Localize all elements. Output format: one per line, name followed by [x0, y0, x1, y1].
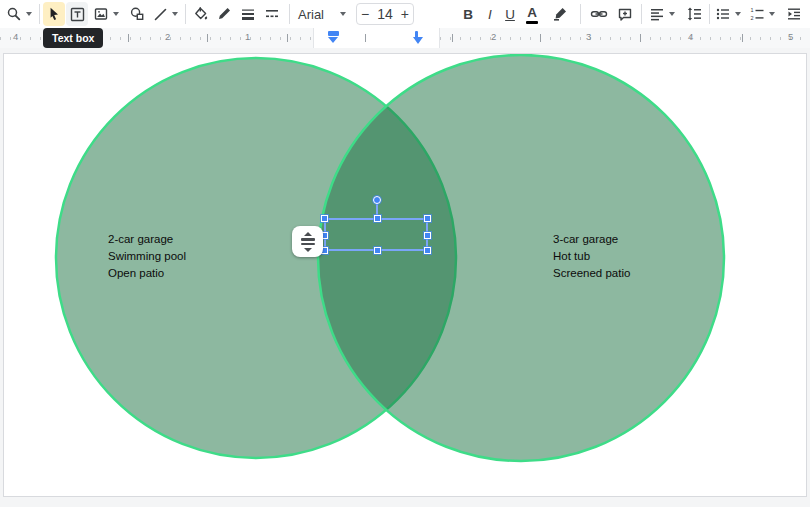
drag-up-arrow-icon	[304, 232, 312, 236]
tooltip-text: Text box	[52, 32, 94, 44]
pen-icon	[216, 6, 232, 22]
svg-text:2: 2	[751, 15, 754, 21]
toolbar-divider	[641, 4, 642, 24]
bulleted-list-button[interactable]	[713, 2, 743, 26]
numbered-list-button[interactable]: 1 2	[747, 2, 777, 26]
drawing-editor: Arial − 14 + B I U A	[0, 0, 810, 507]
tab-stop-marker[interactable]	[413, 31, 423, 44]
bold-button[interactable]: B	[458, 2, 478, 26]
indent-icon	[786, 6, 802, 22]
svg-text:1: 1	[751, 7, 754, 13]
text-box-tool-button[interactable]	[66, 2, 88, 26]
drag-bar-icon	[301, 238, 315, 241]
line-spacing-button[interactable]	[682, 2, 706, 26]
resize-handle-s[interactable]	[374, 247, 381, 254]
ruler-tick	[365, 34, 366, 42]
chevron-down-icon	[735, 12, 741, 16]
line-spacing-icon	[686, 6, 702, 22]
border-color-button[interactable]	[213, 2, 235, 26]
toolbar-divider	[185, 4, 186, 24]
drag-handle[interactable]	[292, 226, 323, 257]
zoom-button[interactable]	[2, 2, 36, 26]
right-circle[interactable]	[318, 55, 724, 461]
left-circle-text[interactable]: 2-car garage Swimming pool Open patio	[108, 231, 186, 282]
highlight-color-button[interactable]	[548, 2, 572, 26]
comment-icon	[617, 6, 633, 22]
ruler-number: 4	[13, 31, 18, 42]
ruler-number: 1	[245, 31, 250, 42]
drag-bar-icon	[301, 243, 315, 246]
text-line: Open patio	[108, 265, 186, 282]
indent-marker[interactable]	[328, 31, 339, 44]
insert-comment-button[interactable]	[613, 2, 637, 26]
ruler-tick	[640, 34, 641, 42]
ruler-tick	[742, 34, 743, 42]
line-dash-icon	[264, 6, 280, 22]
ruler[interactable]: 4 2 1 2 3 4 5	[0, 28, 810, 48]
tooltip: Text box	[43, 28, 103, 48]
toolbar-divider	[39, 4, 40, 24]
increase-font-size-button[interactable]: +	[397, 4, 413, 24]
ruler-tick	[540, 34, 541, 42]
border-weight-button[interactable]	[237, 2, 259, 26]
chevron-down-icon	[669, 12, 675, 16]
text-color-button[interactable]: A	[522, 2, 542, 26]
image-icon	[93, 6, 109, 22]
font-family-select[interactable]: Arial	[294, 2, 350, 26]
decrease-font-size-button[interactable]: −	[357, 4, 373, 24]
chevron-down-icon	[26, 12, 32, 16]
indent-button[interactable]	[781, 2, 807, 26]
ruler-number: 2	[165, 31, 170, 42]
shape-tool-button[interactable]	[126, 2, 148, 26]
select-arrow-icon	[46, 6, 62, 22]
insert-image-button[interactable]	[90, 2, 122, 26]
shape-icon	[129, 6, 145, 22]
drag-down-arrow-icon	[304, 248, 312, 252]
chevron-down-icon	[769, 12, 775, 16]
text-line: 3-car garage	[553, 231, 630, 248]
bulleted-list-icon	[715, 6, 731, 22]
resize-handle-nw[interactable]	[321, 215, 328, 222]
link-icon	[590, 6, 608, 22]
font-size-value[interactable]: 14	[373, 4, 396, 24]
text-line: Hot tub	[553, 248, 630, 265]
chevron-down-icon	[340, 12, 346, 16]
underline-button[interactable]: U	[500, 2, 520, 26]
select-tool-button[interactable]	[43, 2, 65, 26]
fill-color-button[interactable]	[190, 2, 212, 26]
font-size-stepper: − 14 +	[356, 3, 414, 25]
toolbar-divider	[709, 4, 710, 24]
numbered-list-icon: 1 2	[749, 6, 765, 22]
resize-handle-n[interactable]	[374, 215, 381, 222]
border-dash-button[interactable]	[261, 2, 283, 26]
line-weight-icon	[240, 6, 256, 22]
ruler-tick	[287, 34, 288, 42]
right-circle-text[interactable]: 3-car garage Hot tub Screened patio	[553, 231, 630, 282]
italic-button[interactable]: I	[480, 2, 500, 26]
ruler-tick	[128, 34, 129, 42]
resize-handle-ne[interactable]	[424, 215, 431, 222]
line-icon	[153, 7, 168, 22]
ruler-number: 4	[688, 31, 693, 42]
ruler-number: 5	[788, 31, 793, 42]
resize-handle-e[interactable]	[424, 232, 431, 239]
align-button[interactable]	[646, 2, 678, 26]
resize-handle-se[interactable]	[424, 247, 431, 254]
insert-link-button[interactable]	[586, 2, 612, 26]
text-line: Screened patio	[553, 265, 630, 282]
ruler-tick	[452, 34, 453, 42]
toolbar: Arial − 14 + B I U A	[0, 0, 810, 28]
toolbar-divider	[580, 4, 581, 24]
paint-bucket-icon	[193, 6, 209, 22]
zoom-icon	[6, 6, 22, 22]
selected-text-box[interactable]	[324, 218, 428, 251]
align-left-icon	[649, 6, 665, 22]
text-box-icon	[69, 6, 86, 23]
rotation-handle[interactable]	[373, 196, 381, 204]
drawing-canvas[interactable]: 2-car garage Swimming pool Open patio 3-…	[3, 53, 807, 497]
font-family-value: Arial	[298, 7, 324, 22]
toolbar-divider	[289, 4, 290, 24]
text-line: 2-car garage	[108, 231, 186, 248]
line-tool-button[interactable]	[149, 2, 181, 26]
chevron-down-icon	[172, 12, 178, 16]
